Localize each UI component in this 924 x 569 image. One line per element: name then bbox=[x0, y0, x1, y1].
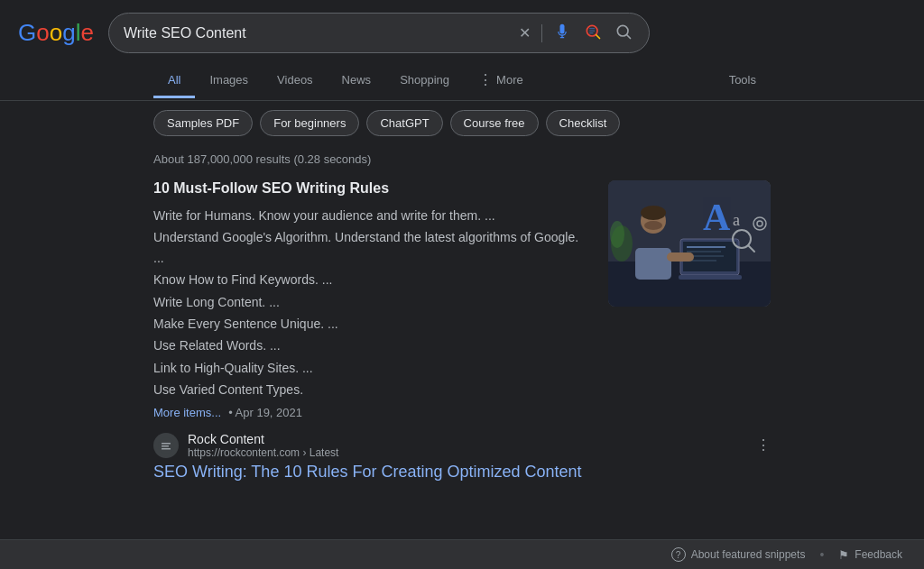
header: G o o g l e Write SEO Content ✕ bbox=[0, 0, 924, 62]
clear-button[interactable]: ✕ bbox=[517, 23, 532, 43]
result-source-name: Rock Content bbox=[188, 432, 338, 446]
question-circle-icon: ? bbox=[671, 547, 686, 562]
list-item: Write for Humans. Know your audience and… bbox=[153, 206, 590, 225]
svg-point-14 bbox=[644, 221, 662, 230]
svg-rect-26 bbox=[162, 443, 171, 445]
result-options-button[interactable]: ⋮ bbox=[756, 436, 771, 454]
lens-icon bbox=[584, 23, 602, 43]
tools-button[interactable]: Tools bbox=[715, 64, 771, 98]
list-item: Link to High-Quality Sites. ... bbox=[153, 358, 590, 378]
more-items-date: • Apr 19, 2021 bbox=[228, 406, 302, 419]
chip-chatgpt[interactable]: ChatGPT bbox=[366, 110, 442, 136]
snippet-content: 10 Must-Follow SEO Writing Rules Write f… bbox=[153, 180, 590, 419]
favicon-icon bbox=[158, 437, 174, 454]
nav-tabs: All Images Videos News Shopping ⋮ More T… bbox=[0, 62, 924, 101]
featured-snippet: 10 Must-Follow SEO Writing Rules Write f… bbox=[153, 180, 771, 419]
tab-all[interactable]: All bbox=[153, 64, 195, 98]
result-source-url: https://rockcontent.com › Latest bbox=[188, 446, 338, 459]
list-item: Use Varied Content Types. bbox=[153, 380, 590, 399]
results-area: About 187,000,000 results (0.28 seconds)… bbox=[0, 145, 924, 489]
chip-for-beginners[interactable]: For beginners bbox=[260, 110, 359, 136]
result-options-icon: ⋮ bbox=[756, 437, 771, 453]
result-source-row: Rock Content https://rockcontent.com › L… bbox=[153, 432, 771, 459]
list-item: Write Long Content. ... bbox=[153, 292, 590, 312]
svg-rect-28 bbox=[162, 448, 171, 450]
lens-button[interactable] bbox=[582, 21, 604, 45]
list-item: Make Every Sentence Unique. ... bbox=[153, 314, 590, 334]
feedback-label: Feedback bbox=[855, 548, 902, 561]
footer-bar: ? About featured snippets • ⚑ Feedback bbox=[0, 539, 924, 569]
clear-icon: ✕ bbox=[519, 24, 531, 41]
result-favicon bbox=[153, 433, 179, 458]
search-icon bbox=[614, 23, 633, 43]
flag-icon: ⚑ bbox=[838, 548, 849, 562]
snippet-image-inner: A a bbox=[608, 180, 771, 307]
svg-point-13 bbox=[641, 206, 666, 220]
snippets-label: About featured snippets bbox=[691, 548, 806, 561]
svg-rect-16 bbox=[667, 252, 694, 262]
tab-news[interactable]: News bbox=[328, 64, 386, 98]
snippet-image: A a bbox=[608, 180, 771, 307]
result-item: Rock Content https://rockcontent.com › L… bbox=[153, 432, 771, 482]
svg-text:A: A bbox=[703, 197, 731, 238]
results-count: About 187,000,000 results (0.28 seconds) bbox=[153, 152, 771, 166]
google-logo[interactable]: G o o g l e bbox=[18, 19, 94, 47]
svg-rect-11 bbox=[679, 275, 742, 280]
feedback-button[interactable]: ⚑ Feedback bbox=[838, 548, 902, 562]
svg-text:a: a bbox=[733, 211, 740, 229]
mic-icon bbox=[553, 23, 571, 43]
snippet-list: Write for Humans. Know your audience and… bbox=[153, 206, 590, 400]
more-items-row: More items... • Apr 19, 2021 bbox=[153, 406, 590, 419]
divider bbox=[541, 24, 542, 42]
mic-button[interactable] bbox=[551, 21, 573, 45]
about-snippets[interactable]: ? About featured snippets bbox=[671, 547, 806, 562]
search-bar[interactable]: Write SEO Content ✕ bbox=[108, 13, 650, 53]
footer-dot: • bbox=[819, 547, 824, 562]
list-item: Use Related Words. ... bbox=[153, 335, 590, 355]
svg-rect-15 bbox=[635, 248, 671, 280]
tab-shopping[interactable]: Shopping bbox=[385, 64, 464, 98]
chips-row: Samples PDF For beginners ChatGPT Course… bbox=[0, 101, 924, 145]
search-button[interactable] bbox=[613, 21, 634, 45]
search-input[interactable]: Write SEO Content bbox=[124, 25, 510, 41]
more-items-link[interactable]: More items... bbox=[153, 406, 221, 419]
chip-checklist[interactable]: Checklist bbox=[546, 110, 621, 136]
list-item: Know How to Find Keywords. ... bbox=[153, 270, 590, 289]
tab-videos[interactable]: Videos bbox=[263, 64, 328, 98]
result-source-info: Rock Content https://rockcontent.com › L… bbox=[188, 432, 338, 459]
chip-samples-pdf[interactable]: Samples PDF bbox=[153, 110, 253, 136]
more-dots-icon: ⋮ bbox=[478, 71, 493, 88]
search-icons: ✕ bbox=[517, 21, 634, 45]
tab-more[interactable]: ⋮ More bbox=[464, 62, 538, 100]
list-item: Understand Google's Algorithm. Understan… bbox=[153, 227, 590, 268]
tab-images[interactable]: Images bbox=[195, 64, 263, 98]
result-title-link[interactable]: SEO Writing: The 10 Rules For Creating O… bbox=[153, 463, 771, 482]
svg-rect-27 bbox=[162, 445, 169, 447]
svg-point-24 bbox=[610, 221, 624, 248]
chip-course-free[interactable]: Course free bbox=[450, 110, 539, 136]
snippet-title: 10 Must-Follow SEO Writing Rules bbox=[153, 180, 590, 197]
